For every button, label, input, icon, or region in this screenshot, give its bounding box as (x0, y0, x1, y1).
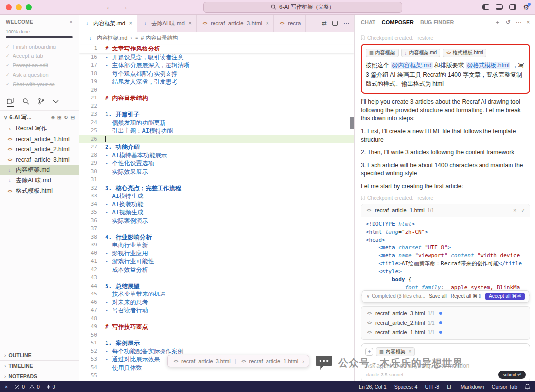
explorer-item[interactable]: <>格式模板.html (0, 186, 79, 196)
accept-file-icon[interactable]: ✓ (521, 207, 525, 214)
editor-line[interactable]: 43 (79, 274, 354, 282)
editor-line[interactable]: 33- AI模特生成 (79, 192, 354, 200)
context-pill[interactable]: ▤内容框架 (366, 49, 399, 57)
history-icon[interactable]: ↺ (505, 19, 510, 26)
welcome-task[interactable]: ✓Accept a tab (6, 51, 73, 60)
restore-link[interactable]: restore (417, 195, 433, 201)
editor-line[interactable]: 17- 主体部分层层深入，逻辑清晰 (79, 61, 354, 70)
compare-changes-icon[interactable]: ⇄ (322, 20, 327, 27)
editor-line[interactable]: 41- 游戏行业可能性 (79, 257, 354, 266)
welcome-task[interactable]: ✓Finish onboarding (6, 42, 73, 51)
back-icon[interactable]: ← (106, 3, 112, 11)
explorer-item[interactable]: ↓去除AI 味.md (0, 175, 79, 186)
toggle-panel-icon[interactable] (496, 4, 503, 10)
status-item[interactable]: Markdown (460, 384, 484, 390)
collapse-all-icon[interactable]: ⊟ (71, 115, 75, 120)
status-item[interactable]: LF (447, 384, 453, 390)
editor-line[interactable]: 35- AI视频生成 (79, 208, 354, 217)
panel-header-timeline[interactable]: ›TIMELINE (0, 360, 79, 371)
editor-line[interactable]: 24- 偶然发现的功能更新 (79, 119, 354, 127)
close-window-button[interactable] (6, 4, 12, 10)
editor-line[interactable]: 384. 行业影响分析 (79, 233, 354, 242)
remote-window-icon[interactable]: × (5, 384, 8, 390)
close-icon[interactable]: × (69, 19, 73, 25)
source-control-icon[interactable] (38, 98, 45, 106)
panel-header-notepads[interactable]: ›NOTEPADS (0, 371, 79, 381)
restore-link[interactable]: restore (417, 35, 433, 41)
panel-tab-bug-finder[interactable]: BUG FINDER (420, 19, 454, 25)
editor-line[interactable]: 47- 号召读者行动 (79, 306, 354, 315)
ports-indicator[interactable]: 0 (46, 384, 55, 390)
panel-tab-chat[interactable]: CHAT (361, 19, 375, 25)
code-editor[interactable]: 1# 文章写作风格分析16- 开篇设悬念，吸引读者注意17- 主体部分层层深入，… (79, 43, 354, 381)
panel-tab-composer[interactable]: COMPOSER (382, 19, 414, 25)
editor-line[interactable]: 28- AI模特基本功能展示 (79, 151, 354, 160)
editor-line[interactable]: 39- 电商行业革新 (79, 241, 354, 249)
editor-tab[interactable]: ↓去除AI 味.md× (137, 15, 197, 32)
new-composer-icon[interactable]: ＋ (494, 18, 500, 27)
forward-icon[interactable]: → (121, 3, 128, 11)
refresh-icon[interactable]: ↻ (64, 115, 68, 120)
editor-line[interactable]: 55 (79, 372, 354, 380)
editor-tab[interactable]: ↓内容框架.md× (79, 15, 137, 32)
changed-file-row[interactable]: <>recraf_article_2.html1/1 (366, 318, 525, 328)
status-item[interactable]: Cursor Tab (492, 384, 517, 390)
recent-file[interactable]: <>recraf_article_1.html (240, 358, 299, 364)
explorer-item[interactable]: ↓内容框架.md (0, 165, 79, 175)
welcome-task[interactable]: ✓Ask a question (6, 70, 73, 79)
problems-indicator[interactable]: 0 0 (14, 384, 40, 390)
new-file-icon[interactable]: ⊕ (51, 115, 54, 120)
editor-line[interactable]: 48 (79, 315, 354, 323)
editor-line[interactable]: 16- 开篇设悬念，吸引读者注意 (79, 53, 354, 62)
close-icon[interactable]: × (409, 349, 412, 354)
explorer-item[interactable]: ›Recraf 写作 (0, 123, 79, 134)
code-card-header[interactable]: <> recraf_article_1.html 1/1 × ✓ (361, 204, 530, 217)
close-icon[interactable]: × (129, 20, 132, 27)
editor-line[interactable]: 21# 内容目录结构 (79, 94, 354, 102)
editor-line[interactable]: 511. 案例展示 (79, 339, 354, 347)
close-panel-icon[interactable]: × (527, 19, 530, 26)
chevron-down-icon[interactable] (53, 99, 59, 105)
breadcrumb[interactable]: ↓ 内容框架.md › ≡ # 内容目录结构 (79, 32, 354, 43)
breadcrumb-section[interactable]: # 内容目录结构 (141, 34, 178, 42)
editor-line[interactable]: 42- 成本效益分析 (79, 266, 354, 274)
minimize-window-button[interactable] (16, 4, 22, 10)
file-mention[interactable]: @格式模板.html (466, 62, 510, 69)
editor-line[interactable]: 25- 引出主题：AI模特功能 (79, 127, 354, 135)
save-all-button[interactable]: Save all (429, 294, 447, 299)
search-icon[interactable] (22, 98, 29, 106)
editor-line[interactable]: 52- 每个功能配备实际操作案例 (79, 347, 354, 356)
accept-all-button[interactable]: Accept all ⌘⏎ (485, 293, 525, 300)
reject-all-button[interactable]: Reject all ⌘⇧ (451, 294, 482, 299)
editor-line[interactable]: 20 (79, 86, 354, 95)
editor-line[interactable]: 26 (79, 135, 354, 144)
explorer-item[interactable]: <>recraf_article_2.html (0, 144, 79, 154)
status-item[interactable]: Ln 26, Col 1 (359, 384, 387, 390)
changed-file-row[interactable]: <>recraf_article_3.html1/1 (366, 309, 525, 318)
recent-file[interactable]: <>recraf_article_3.html (172, 358, 231, 364)
recent-files-bar[interactable]: <>recraf_article_3.html|<>recraf_article… (167, 355, 309, 367)
code-card-filename[interactable]: recraf_article_1.html (375, 207, 425, 213)
model-selector[interactable]: claude-3.5-sonnet (366, 372, 403, 377)
editor-line[interactable]: 40- 影视行业应用 (79, 249, 354, 258)
changed-file-row[interactable]: <>recraf_article_1.html1/1 (366, 328, 525, 337)
composer-conversation[interactable]: Checkpoint created. restore ▤内容框架↓内容框架.m… (355, 30, 535, 381)
close-icon[interactable]: × (266, 20, 269, 27)
more-actions-icon[interactable]: ⋯ (343, 20, 349, 27)
editor-line[interactable]: 231. 开篇引子 (79, 110, 354, 119)
reject-file-icon[interactable]: × (513, 207, 516, 214)
summary-status[interactable]: ∨Completed (3 files cha... (366, 294, 425, 299)
editor-line[interactable]: 19- 结尾发人深省，引发思考 (79, 78, 354, 86)
editor-tab[interactable]: <>recra (274, 15, 306, 32)
explorer-item[interactable]: <>recraf_article_1.html (0, 134, 79, 144)
context-pill[interactable]: ↓内容框架.md (401, 49, 441, 57)
editor-line[interactable]: 18- 每个观点都配有实例支撑 (79, 70, 354, 78)
editor-line[interactable]: 1# 文章写作风格分析 (79, 45, 354, 53)
editor-line[interactable]: 46- 对未来的思考 (79, 298, 354, 307)
new-folder-icon[interactable]: ⊞ (57, 115, 61, 120)
editor-line[interactable]: 37 (79, 225, 354, 233)
editor-line[interactable]: 31 (79, 176, 354, 184)
split-editor-icon[interactable] (332, 21, 338, 26)
chevron-right-icon[interactable]: › (302, 358, 304, 364)
welcome-task[interactable]: ✓Prompt an edit (6, 60, 73, 70)
